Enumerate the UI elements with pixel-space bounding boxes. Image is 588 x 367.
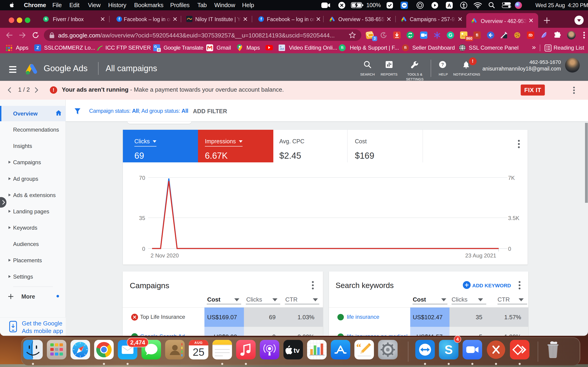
svg-text:?: ? (441, 62, 444, 67)
svg-text:0: 0 (508, 246, 511, 252)
svg-text:3.5K: 3.5K (508, 215, 519, 221)
svg-text:35: 35 (139, 215, 145, 221)
svg-text:7K: 7K (508, 175, 515, 181)
svg-text:A: A (447, 2, 451, 8)
svg-text:0: 0 (142, 246, 145, 252)
svg-text:70: 70 (139, 175, 145, 181)
svg-text:23 Aug 2021: 23 Aug 2021 (465, 252, 496, 259)
svg-text:2 Nov 2020: 2 Nov 2020 (151, 252, 179, 259)
svg-text:tv: tv (294, 347, 300, 354)
